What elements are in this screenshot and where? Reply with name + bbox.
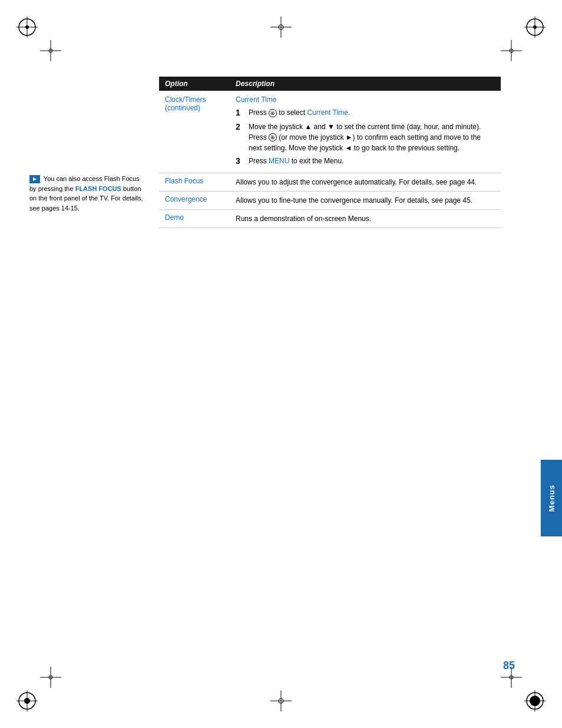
table-row: Demo Runs a demonstration of on-screen M…	[159, 210, 501, 228]
option-cell-demo: Demo	[159, 210, 230, 228]
convergence-description: Allows you to fine-tune the convergence …	[236, 196, 472, 205]
flash-focus-description: Allows you to adjust the convergence aut…	[236, 178, 477, 186]
page-number: 85	[503, 660, 515, 672]
crosshair-bottom-left	[40, 667, 61, 688]
desc-cell-convergence: Allows you to fine-tune the convergence …	[230, 192, 501, 210]
note-icon	[29, 175, 40, 183]
note-text: You can also access Flash Focus by press…	[29, 175, 143, 212]
svg-point-7	[533, 25, 537, 29]
option-cell-flash-focus: Flash Focus	[159, 173, 230, 192]
desc-cell-current-time: Current Time 1 Press ⊕ to select Current…	[230, 91, 501, 173]
crosshair-top-right	[501, 40, 522, 61]
step-num-1: 1	[236, 107, 246, 119]
demo-description: Runs a demonstration of on-screen Menus.	[236, 215, 371, 223]
reg-mark-bottom-left	[16, 690, 38, 711]
col-option-header: Option	[159, 77, 230, 91]
reg-mark-bottom-right	[524, 690, 546, 711]
table-row: Convergence Allows you to fine-tune the …	[159, 192, 501, 210]
current-time-header: Current Time	[236, 94, 495, 105]
option-cell-convergence: Convergence	[159, 192, 230, 210]
demo-option-label: Demo	[165, 213, 184, 222]
side-tab-menus: Menus	[541, 460, 562, 536]
step-2: 2 Move the joystick ▲ and ▼ to set the c…	[236, 121, 495, 153]
step-text-2: Move the joystick ▲ and ▼ to set the cur…	[249, 121, 495, 153]
crosshair-top-center	[270, 17, 292, 38]
flash-focus-option-label: Flash Focus	[165, 177, 203, 185]
menu-link: MENU	[269, 157, 289, 165]
note-box: You can also access Flash Focus by press…	[29, 174, 144, 213]
convergence-option-label: Convergence	[165, 195, 207, 203]
reg-mark-top-right	[524, 17, 546, 38]
option-cell-clock: Clock/Timers(continued)	[159, 91, 230, 173]
options-table: Option Description Clock/Timers(continue…	[159, 77, 501, 228]
step-1: 1 Press ⊕ to select Current Time.	[236, 107, 495, 119]
step-text-1: Press ⊕ to select Current Time.	[249, 107, 495, 118]
reg-mark-top-left	[16, 17, 38, 38]
desc-cell-demo: Runs a demonstration of on-screen Menus.	[230, 210, 501, 228]
crosshair-bottom-center	[270, 690, 292, 711]
current-time-link-1: Current Time.	[307, 108, 350, 117]
step-3: 3 Press MENU to exit the Menu.	[236, 156, 495, 167]
step-num-3: 3	[236, 156, 246, 167]
svg-point-11	[24, 698, 30, 704]
flash-focus-link: FLASH FOCUS	[75, 185, 121, 192]
table-row: Clock/Timers(continued) Current Time 1 P…	[159, 91, 501, 173]
col-description-header: Description	[230, 77, 501, 91]
step-num-2: 2	[236, 121, 246, 133]
table-row: Flash Focus Allows you to adjust the con…	[159, 173, 501, 192]
svg-point-3	[25, 25, 29, 29]
crosshair-top-left	[40, 40, 61, 61]
desc-cell-flash-focus: Allows you to adjust the convergence aut…	[230, 173, 501, 192]
side-tab-label: Menus	[547, 485, 556, 512]
step-text-3: Press MENU to exit the Menu.	[249, 156, 495, 166]
main-content-area: Option Description Clock/Timers(continue…	[159, 77, 501, 228]
svg-point-15	[530, 696, 540, 706]
table-header-row: Option Description	[159, 77, 501, 91]
